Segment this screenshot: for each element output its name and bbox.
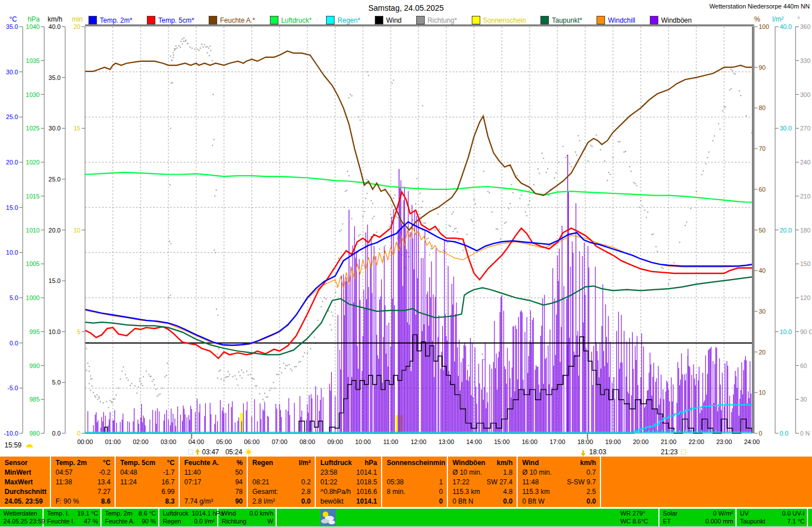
table-column: Windkm/hØ 10 min.0.711:48S-SW 9.7115.3 k… [518, 457, 601, 507]
wind-direction-dot [86, 348, 87, 349]
wind-direction-dot [722, 111, 724, 112]
wind-direction-dot [255, 385, 256, 386]
table-cell: 0.0 [503, 497, 513, 506]
sun-event-time: 18:03 [589, 448, 606, 456]
sun-ray [251, 454, 251, 454]
table-cell: 05:38 [387, 478, 404, 487]
table-cell: 1018.5 [356, 478, 377, 487]
wind-direction-dot [415, 204, 416, 205]
wind-direction-dot [652, 234, 653, 235]
wind-direction-dot [450, 226, 451, 227]
table-cell: S-SW 9.7 [567, 478, 596, 487]
wind-direction-dot [329, 324, 331, 326]
statusbar-line: Wind0.0 km/h [222, 509, 273, 517]
statusbar-cell: UV0.0 UV-ITaupunkt7.1 °C [738, 509, 808, 526]
axis-tick-label: 03:00 [160, 438, 176, 445]
wind-direction-dot [278, 374, 279, 375]
wind-direction-dot [307, 353, 308, 354]
wind-direction-dot [563, 146, 564, 147]
wind-direction-dot [542, 153, 543, 154]
table-row: Gesamt:2.8 [248, 487, 315, 497]
table-row: 11:2416.7 [116, 478, 179, 487]
wind-direction-dot [705, 163, 707, 164]
wind-direction-dot [118, 387, 119, 388]
wind-direction-dot [180, 47, 181, 48]
wind-direction-dot [280, 367, 281, 368]
wind-direction-dot [662, 268, 663, 269]
wind-direction-dot [426, 238, 428, 239]
axis-tick-label: 5.0 [52, 379, 61, 386]
axis-tick-label: 60 [759, 186, 766, 193]
axis-tick-label: 360 N [800, 23, 812, 30]
table-cell: 115.3 km [522, 487, 549, 497]
table-cell: 0.0 [586, 497, 596, 506]
table-column: Windböenkm/hØ 10 min.1.817:22SW 27.4115.… [448, 457, 518, 507]
wind-direction-dot [429, 254, 430, 255]
wind-direction-dot [668, 284, 669, 285]
table-cell: 0.2 [301, 478, 311, 487]
wind-direction-dot [214, 196, 215, 197]
wind-direction-dot [483, 359, 484, 360]
status-clock: 15:59 [5, 441, 22, 449]
wind-direction-dot [267, 396, 268, 398]
wind-direction-dot [205, 47, 206, 48]
statusbar-line: Luftdruck1014.1 hPa [163, 509, 215, 517]
plot-top-border [85, 24, 754, 27]
table-cell: 11:40 [184, 468, 201, 478]
wind-direction-dot [216, 309, 217, 310]
axis-tick-label: 01:00 [105, 438, 121, 445]
axis-tick-label: 300 [800, 91, 810, 98]
wind-direction-dot [730, 88, 731, 89]
table-column-header: Windkm/h [518, 458, 600, 468]
axis-tick-label: 10 [74, 227, 81, 234]
moon-phase-icon [188, 450, 193, 454]
wind-direction-dot [238, 385, 239, 386]
axis-tick-label: 02:00 [133, 438, 149, 445]
wind-direction-dot [303, 356, 304, 357]
statusbar-line: Regen0.0 l/m² [163, 517, 215, 525]
table-cell: 78 [235, 487, 243, 497]
wind-direction-dot [339, 231, 340, 232]
wind-direction-dot [372, 203, 373, 204]
table-column-header: Sensor [0, 458, 50, 468]
wind-direction-dot [517, 175, 518, 176]
wind-direction-dot [210, 50, 211, 51]
wind-direction-dot [619, 141, 620, 142]
wind-direction-dot [366, 71, 367, 73]
wind-direction-dot [265, 396, 267, 398]
wind-direction-dot [170, 184, 171, 185]
wind-direction-dot [168, 297, 170, 298]
wind-direction-dot [126, 377, 128, 378]
axis-tick-label: 90 [759, 64, 766, 71]
wind-direction-dot [633, 182, 635, 183]
wind-direction-dot [525, 212, 526, 213]
table-cell: °C [103, 458, 111, 468]
wind-direction-dot [590, 145, 591, 146]
table-column: Feuchte A.%11:405007:1794787.74 g/m³90 [180, 457, 248, 507]
axis-tick-label: 0 N [800, 430, 810, 437]
wind-direction-dot [432, 245, 433, 246]
statusbar-label: Temp. I. [47, 509, 69, 517]
axis-tick-label: 20:00 [633, 438, 649, 445]
table-cell: Gesamt: [252, 487, 278, 497]
wind-direction-dot [248, 374, 249, 375]
wind-direction-dot [171, 60, 172, 61]
table-cell: 0.0 [301, 497, 311, 506]
wind-direction-dot [113, 399, 114, 400]
wind-direction-dot [473, 382, 475, 383]
wind-direction-dot [215, 252, 216, 253]
wind-direction-dot [270, 388, 272, 389]
axis-tick-label: 5.0 [10, 294, 18, 301]
wind-direction-dot [724, 106, 725, 107]
axis-tick-label: 35.0 [49, 74, 61, 81]
table-row: MaxWert [0, 478, 50, 487]
wind-direction-dot [167, 363, 168, 364]
wind-direction-dot [349, 175, 350, 176]
axis-tick-label: °C [10, 15, 18, 23]
wind-direction-dot [180, 41, 181, 42]
statusbar-value: 0.0 l/m² [194, 517, 215, 525]
wind-direction-dot [455, 228, 456, 229]
wind-direction-dot [100, 401, 101, 402]
wind-direction-dot [368, 75, 369, 76]
wind-direction-dot [686, 221, 687, 222]
